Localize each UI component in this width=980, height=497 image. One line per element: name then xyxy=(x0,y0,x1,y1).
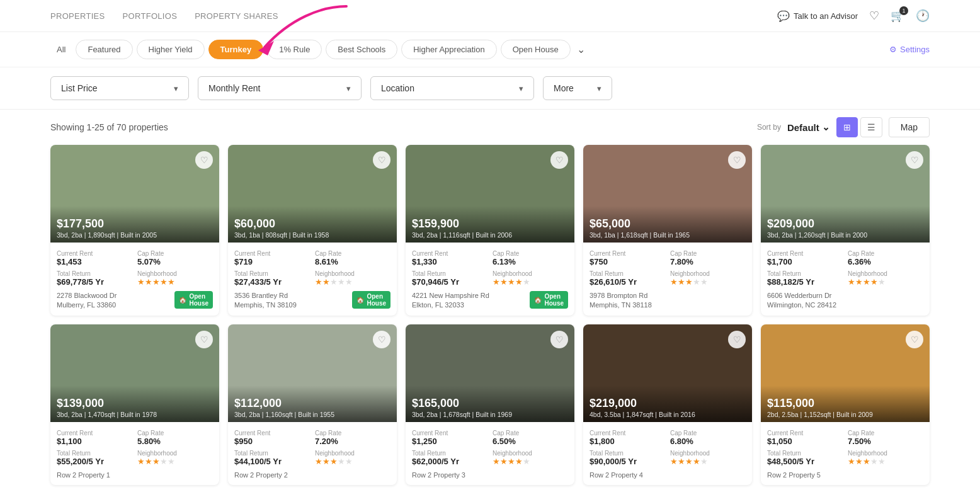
total-return-label: Total Return xyxy=(234,270,310,277)
current-rent-section: Current Rent $1,100 xyxy=(57,427,132,446)
current-rent-value: $1,100 xyxy=(57,437,132,446)
property-card[interactable]: ♡ $165,000 3bd, 2ba | 1,678sqft | Built … xyxy=(406,324,574,485)
card-specs: 4bd, 3.5ba | 1,847sqft | Built in 2016 xyxy=(590,411,746,418)
card-address: Row 2 Property 1 xyxy=(57,471,110,480)
monthly-rent-chevron: ▾ xyxy=(346,84,351,93)
card-favorite[interactable]: ♡ xyxy=(373,331,390,348)
property-card[interactable]: ♡ $159,900 3bd, 2ba | 1,116sqft | Built … xyxy=(406,145,574,316)
card-price-overlay: $219,000 4bd, 3.5ba | 1,847sqft | Built … xyxy=(583,386,752,422)
card-favorite[interactable]: ♡ xyxy=(195,331,213,348)
sort-chevron: ⌄ xyxy=(822,122,830,133)
card-image: ♡ $165,000 3bd, 2ba | 1,678sqft | Built … xyxy=(406,324,574,422)
neighborhood-section: Neighborhood ★★★★★ xyxy=(670,447,746,466)
current-rent-section: Current Rent $950 xyxy=(234,427,310,446)
card-favorite[interactable]: ♡ xyxy=(728,151,746,169)
nav-properties[interactable]: PROPERTIES xyxy=(50,11,105,21)
cap-rate-section: Cap Rate 6.50% xyxy=(493,427,568,446)
nav-property-shares[interactable]: PROPERTY SHARES xyxy=(195,11,278,21)
tab-all[interactable]: All xyxy=(50,40,72,59)
card-details: Current Rent $1,453 Cap Rate 5.07% Total… xyxy=(50,243,219,316)
tab-best-schools[interactable]: Best Schools xyxy=(326,40,397,59)
current-rent-value: $1,453 xyxy=(57,257,132,266)
current-rent-label: Current Rent xyxy=(412,250,487,257)
card-favorite[interactable]: ♡ xyxy=(195,151,213,169)
card-favorite[interactable]: ♡ xyxy=(906,331,923,348)
total-return-value: $90,000/5 Yr xyxy=(590,457,665,466)
whatsapp-icon: 💬 xyxy=(777,10,790,22)
card-stats: Current Rent $1,330 Cap Rate 6.13% Total… xyxy=(412,248,568,287)
cap-rate-label: Cap Rate xyxy=(493,430,568,437)
total-return-label: Total Return xyxy=(767,270,843,277)
current-rent-label: Current Rent xyxy=(590,430,665,437)
cart-icon[interactable]: 🛒 1 xyxy=(891,9,904,23)
card-address: Row 2 Property 4 xyxy=(590,471,643,480)
neighborhood-label: Neighborhood xyxy=(315,270,390,277)
nav-portfolios[interactable]: PORTFOLIOS xyxy=(123,11,178,21)
property-card[interactable]: ♡ $65,000 3bd, 1ba | 1,618sqft | Built i… xyxy=(583,145,752,316)
card-specs: 3bd, 2ba | 1,160sqft | Built in 1955 xyxy=(234,411,390,418)
card-favorite[interactable]: ♡ xyxy=(906,151,923,169)
advisor-button[interactable]: 💬 Talk to an Advisor xyxy=(777,10,858,22)
neighborhood-section: Neighborhood ★★★★★ xyxy=(315,447,390,466)
total-return-value: $27,433/5 Yr xyxy=(234,277,310,287)
cap-rate-label: Cap Rate xyxy=(848,430,923,437)
property-card[interactable]: ♡ $209,000 3bd, 2ba | 1,260sqft | Built … xyxy=(761,145,930,316)
neighborhood-stars: ★★★★★ xyxy=(848,277,923,287)
neighborhood-section: Neighborhood ★★★★★ xyxy=(137,447,213,466)
card-image: ♡ $60,000 3bd, 1ba | 808sqft | Built in … xyxy=(228,145,397,243)
sort-select[interactable]: Default ⌄ xyxy=(787,122,830,133)
more-dropdown[interactable]: More ▾ xyxy=(543,76,612,100)
card-address-row: Row 2 Property 5 xyxy=(767,471,923,480)
neighborhood-section: Neighborhood ★★★★★ xyxy=(137,268,213,287)
neighborhood-label: Neighborhood xyxy=(848,450,923,457)
tab-higher-yield[interactable]: Higher Yield xyxy=(137,40,205,59)
current-rent-label: Current Rent xyxy=(590,250,665,257)
tab-featured[interactable]: Featured xyxy=(76,40,132,59)
current-rent-label: Current Rent xyxy=(57,250,132,257)
cap-rate-value: 5.80% xyxy=(137,437,213,446)
property-card[interactable]: ♡ $112,000 3bd, 2ba | 1,160sqft | Built … xyxy=(228,324,397,485)
cap-rate-section: Cap Rate 6.13% xyxy=(493,248,568,266)
property-card[interactable]: ♡ $60,000 3bd, 1ba | 808sqft | Built in … xyxy=(228,145,397,316)
tab-turnkey[interactable]: Turnkey xyxy=(208,40,264,59)
location-dropdown[interactable]: Location ▾ xyxy=(370,76,534,100)
tab-1pct-rule[interactable]: 1% Rule xyxy=(267,40,322,59)
settings-button[interactable]: ⚙ Settings xyxy=(889,45,930,54)
current-rent-value: $719 xyxy=(234,257,310,266)
card-favorite[interactable]: ♡ xyxy=(550,331,568,348)
grid-view-button[interactable]: ⊞ xyxy=(836,117,858,137)
property-card[interactable]: ♡ $177,500 3bd, 2ba | 1,890sqft | Built … xyxy=(50,145,219,316)
property-card[interactable]: ♡ $115,000 2bd, 2.5ba | 1,152sqft | Buil… xyxy=(761,324,930,485)
map-button[interactable]: Map xyxy=(889,117,930,137)
total-return-label: Total Return xyxy=(412,270,487,277)
history-icon[interactable]: 🕐 xyxy=(916,9,930,23)
list-view-button[interactable]: ☰ xyxy=(860,117,882,137)
card-price-overlay: $65,000 3bd, 1ba | 1,618sqft | Built in … xyxy=(583,206,752,243)
tab-open-house[interactable]: Open House xyxy=(501,40,571,59)
card-price: $177,500 xyxy=(57,217,213,231)
monthly-rent-dropdown[interactable]: Monthly Rent ▾ xyxy=(198,76,362,100)
card-favorite[interactable]: ♡ xyxy=(728,331,746,348)
property-card[interactable]: ♡ $139,000 3bd, 2ba | 1,470sqft | Built … xyxy=(50,324,219,485)
card-specs: 3bd, 2ba | 1,116sqft | Built in 2006 xyxy=(412,231,568,239)
card-stats: Current Rent $1,800 Cap Rate 6.80% Total… xyxy=(590,427,746,466)
cap-rate-value: 7.80% xyxy=(670,257,746,266)
tabs-more-chevron[interactable]: ⌄ xyxy=(577,43,585,55)
card-price: $165,000 xyxy=(412,397,568,410)
neighborhood-section: Neighborhood ★★★★★ xyxy=(493,447,568,466)
card-address: 2278 Blackwood DrMulberry, FL 33860 xyxy=(57,291,117,311)
card-favorite[interactable]: ♡ xyxy=(550,151,568,169)
property-card[interactable]: ♡ $219,000 4bd, 3.5ba | 1,847sqft | Buil… xyxy=(583,324,752,485)
card-price-overlay: $60,000 3bd, 1ba | 808sqft | Built in 19… xyxy=(228,206,397,243)
tab-higher-appreciation[interactable]: Higher Appreciation xyxy=(401,40,496,59)
cap-rate-section: Cap Rate 5.07% xyxy=(137,248,213,266)
list-price-chevron: ▾ xyxy=(174,84,178,93)
list-price-dropdown[interactable]: List Price ▾ xyxy=(50,76,189,100)
card-favorite[interactable]: ♡ xyxy=(373,151,390,169)
current-rent-section: Current Rent $1,800 xyxy=(590,427,665,446)
neighborhood-section: Neighborhood ★★★★★ xyxy=(315,268,390,287)
total-return-label: Total Return xyxy=(57,270,132,277)
card-specs: 3bd, 2ba | 1,890sqft | Built in 2005 xyxy=(57,231,213,239)
current-rent-label: Current Rent xyxy=(767,430,843,437)
favorites-icon[interactable]: ♡ xyxy=(869,9,879,23)
